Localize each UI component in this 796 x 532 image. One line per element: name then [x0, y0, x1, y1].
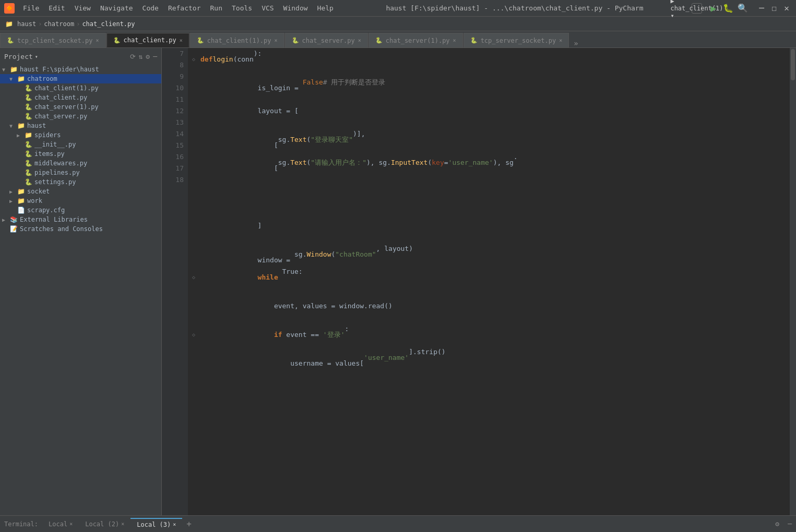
sidebar-icons[interactable]: ⟳ ⇅ ⚙ ─	[130, 53, 157, 61]
more-tabs-button[interactable]: »	[569, 39, 582, 47]
tree-haust-root[interactable]: ▼ 📁 haust F:\spider\haust	[0, 65, 161, 74]
tab-label: Local	[49, 521, 67, 528]
tab-terminal-local[interactable]: Local ×	[42, 518, 79, 530]
menu-run[interactable]: Run	[206, 3, 227, 13]
breadcrumb-haust[interactable]: haust	[17, 20, 36, 28]
sort-icon[interactable]: ⇅	[139, 53, 143, 61]
tab-bar: 🐍 tcp_client_socket.py × 🐍 chat_client.p…	[0, 31, 796, 48]
menu-window[interactable]: Window	[279, 3, 312, 13]
close-button[interactable]: ✕	[781, 3, 792, 14]
window-title: haust [F:\spider\haust] - ...\chatroom\c…	[338, 4, 692, 12]
menu-file[interactable]: File	[19, 3, 43, 13]
terminal-settings-icon[interactable]: ⚙	[775, 520, 779, 528]
tree-chat-client[interactable]: 🐍 chat_client.py	[0, 93, 161, 102]
fold-icon	[192, 105, 198, 117]
tab-chat-client[interactable]: 🐍 chat_client.py ×	[106, 33, 189, 47]
run-button[interactable]: ▶	[708, 3, 719, 14]
tree-haust-sub[interactable]: ▼ 📁 haust	[0, 121, 161, 130]
maximize-button[interactable]: ☐	[769, 3, 779, 14]
tree-spiders[interactable]: ▶ 📁 spiders	[0, 130, 161, 140]
expand-arrow[interactable]: ▶	[17, 132, 24, 138]
expand-arrow[interactable]: ▶	[9, 198, 17, 204]
window-controls[interactable]: ▶ chat_client(1) ▾ ▶ 🐛 🔍 ─ ☐ ✕	[692, 3, 792, 14]
menu-code[interactable]: Code	[138, 3, 163, 13]
breadcrumb-icon: 📁	[5, 20, 13, 28]
py-file-icon: 🐍	[24, 169, 32, 176]
tree-chat-client1[interactable]: 🐍 chat_client(1).py	[0, 83, 161, 93]
fold-icon[interactable]: ◇	[192, 272, 198, 283]
tree-item-label: chat_server(1).py	[34, 103, 99, 111]
close-icon[interactable]: ×	[121, 521, 124, 527]
expand-arrow[interactable]: ▶	[2, 217, 9, 223]
fold-icon[interactable]: ◇	[192, 54, 198, 65]
code-line-18: username = values['user_name'].strip()	[192, 346, 790, 369]
tree-chatroom[interactable]: ▼ 📁 chatroom	[0, 74, 161, 83]
menu-edit[interactable]: Edit	[44, 3, 69, 13]
breadcrumb-file[interactable]: chat_client.py	[82, 20, 135, 28]
terminal-minimize-icon[interactable]: ─	[788, 520, 792, 528]
close-icon[interactable]: ×	[275, 38, 278, 43]
code-editor[interactable]: ◇ def login(conn): is_login = False # 用于…	[188, 48, 790, 515]
tree-socket[interactable]: ▶ 📁 socket	[0, 187, 161, 196]
close-icon[interactable]: ×	[173, 522, 176, 527]
close-icon[interactable]: ×	[559, 38, 562, 43]
expand-arrow[interactable]: ▼	[9, 123, 17, 129]
menu-view[interactable]: View	[70, 3, 95, 13]
close-icon[interactable]: ×	[96, 38, 99, 43]
close-icon[interactable]: ×	[358, 38, 361, 43]
tree-settings[interactable]: 🐍 settings.py	[0, 177, 161, 187]
tree-item-label: chat_client(1).py	[34, 84, 99, 92]
fold-icon[interactable]: ◇	[192, 329, 198, 341]
breadcrumb-chatroom[interactable]: chatroom	[44, 20, 74, 28]
folder-icon: 📁	[9, 66, 18, 73]
tab-terminal-local3[interactable]: Local (3) ×	[130, 518, 182, 530]
line-numbers: 7 8 9 10 11 12 13 14 15 16 17 18	[162, 48, 188, 515]
tab-chat-client1[interactable]: 🐍 chat_client(1).py ×	[190, 33, 284, 47]
editor-content[interactable]: 7 8 9 10 11 12 13 14 15 16 17 18 ◇ def l…	[162, 48, 796, 515]
add-terminal-button[interactable]: +	[182, 519, 196, 529]
sync-icon[interactable]: ⟳	[130, 53, 136, 61]
menu-tools[interactable]: Tools	[228, 3, 256, 13]
run-config-dropdown[interactable]: ▶ chat_client(1) ▾	[692, 3, 702, 14]
tree-pipelines[interactable]: 🐍 pipelines.py	[0, 168, 161, 177]
tree-scratches[interactable]: 📝 Scratches and Consoles	[0, 224, 161, 234]
close-icon[interactable]: ×	[453, 38, 456, 43]
close-icon[interactable]: ×	[180, 38, 183, 43]
tree-item-label: chat_server.py	[34, 113, 87, 120]
vertical-scrollbar[interactable]	[790, 48, 796, 515]
sidebar-title: Project ▾	[4, 53, 38, 61]
settings-icon[interactable]: ⚙	[146, 53, 150, 61]
tab-chat-server1[interactable]: 🐍 chat_server(1).py ×	[369, 33, 463, 47]
folder-icon: 📁	[17, 188, 25, 195]
external-libs-icon: 📚	[9, 216, 18, 223]
tree-items[interactable]: 🐍 items.py	[0, 149, 161, 159]
menu-vcs[interactable]: VCS	[257, 3, 278, 13]
tree-external-libs[interactable]: ▶ 📚 External Libraries	[0, 215, 161, 224]
search-button[interactable]: 🔍	[738, 3, 748, 14]
scroll-thumb[interactable]	[791, 49, 795, 80]
tree-middlewares[interactable]: 🐍 middlewares.py	[0, 159, 161, 168]
tab-chat-server[interactable]: 🐍 chat_server.py ×	[285, 33, 368, 47]
tree-chat-server1[interactable]: 🐍 chat_server(1).py	[0, 102, 161, 112]
chevron-down-icon[interactable]: ▾	[35, 54, 38, 59]
expand-arrow[interactable]: ▼	[2, 67, 9, 72]
tab-tcp-client[interactable]: 🐍 tcp_client_socket.py ×	[0, 33, 106, 47]
minimize-button[interactable]: ─	[756, 3, 767, 14]
tree-init[interactable]: 🐍 __init__.py	[0, 140, 161, 149]
tree-scrapy[interactable]: 📄 scrapy.cfg	[0, 205, 161, 215]
menu-bar[interactable]: File Edit View Navigate Code Refactor Ru…	[19, 3, 338, 13]
menu-help[interactable]: Help	[313, 3, 338, 13]
py-file-icon: 🐍	[470, 37, 478, 44]
expand-arrow[interactable]: ▼	[9, 76, 17, 82]
menu-refactor[interactable]: Refactor	[164, 3, 205, 13]
expand-arrow[interactable]: ▶	[9, 189, 17, 195]
close-icon[interactable]: ×	[69, 521, 73, 527]
tab-terminal-local2[interactable]: Local (2) ×	[79, 518, 130, 530]
minimize-icon[interactable]: ─	[153, 53, 157, 61]
tree-chat-server[interactable]: 🐍 chat_server.py	[0, 112, 161, 121]
debug-button[interactable]: 🐛	[723, 3, 733, 14]
tree-work[interactable]: ▶ 📁 work	[0, 196, 161, 205]
menu-navigate[interactable]: Navigate	[96, 3, 137, 13]
code-line-7: ◇ def login(conn):	[192, 48, 790, 71]
tab-tcp-server[interactable]: 🐍 tcp_server_socket.py ×	[464, 33, 569, 47]
